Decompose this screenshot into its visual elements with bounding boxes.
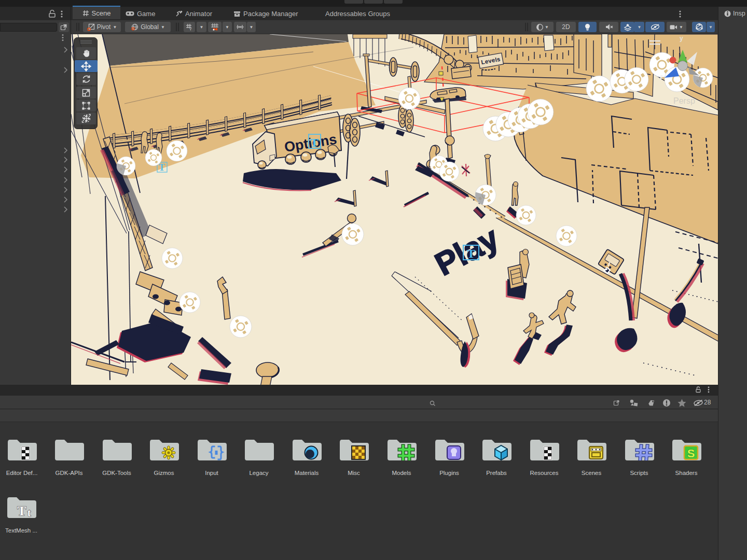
svg-text:T: T (310, 136, 319, 149)
svg-text:S: S (687, 447, 695, 460)
svg-text:Persp: Persp (673, 96, 695, 105)
svg-text:T: T (17, 503, 26, 518)
svg-text:t: t (27, 507, 31, 518)
svg-text:z: z (660, 73, 663, 80)
svg-text:T: T (467, 247, 475, 260)
svg-text:Y: Y (189, 27, 192, 31)
svg-text:T: T (159, 162, 165, 173)
svg-text:y: y (680, 35, 683, 42)
